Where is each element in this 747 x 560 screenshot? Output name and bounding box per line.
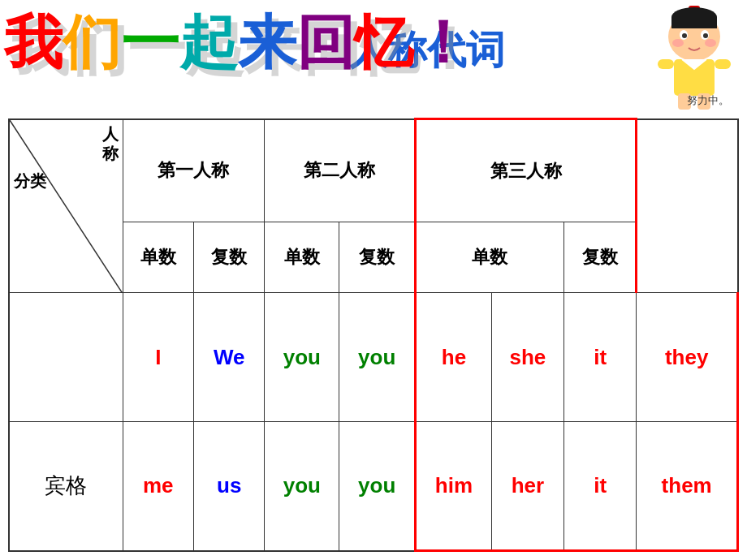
cell-it-obj: it xyxy=(563,422,636,551)
header-cheng: 称 xyxy=(14,144,119,163)
cell-him: him xyxy=(416,422,492,551)
first-singular-header: 单数 xyxy=(123,222,193,293)
cell-you-obj-plur: you xyxy=(339,422,416,551)
title-area: 我们一起来回忆！ 我们一起来回忆！ 人称代词 xyxy=(0,0,747,114)
cell-you-obj-sing: you xyxy=(265,422,339,551)
subject-row: I We you you he she it they xyxy=(9,293,738,422)
second-singular-header: 单数 xyxy=(265,222,339,293)
object-label: 宾格 xyxy=(9,422,123,551)
svg-rect-11 xyxy=(658,59,674,69)
third-singular-header: 单数 xyxy=(416,222,564,293)
svg-point-9 xyxy=(705,39,716,47)
cell-you-subj-plur: you xyxy=(339,293,416,422)
header-diagonal-cell: 人 称 分类 xyxy=(9,119,123,293)
header-third-person: 第三人称 xyxy=(416,119,637,222)
char-1: 我 xyxy=(4,10,63,75)
cell-it-subj: it xyxy=(563,293,636,422)
header-second-person: 第二人称 xyxy=(265,119,416,222)
header-ren-cheng: 人 xyxy=(14,124,119,144)
main-title: 我们一起来回忆！ xyxy=(4,4,472,82)
cell-her: her xyxy=(491,422,563,551)
object-row: 宾格 me us you you him her it them xyxy=(9,422,738,551)
char-5: 来 xyxy=(238,10,296,75)
char-6: 回 xyxy=(296,10,355,75)
header-first-person: 第一人称 xyxy=(123,119,265,222)
third-plural-header: 复数 xyxy=(563,222,636,293)
svg-point-7 xyxy=(703,33,708,38)
subject-label xyxy=(9,293,123,422)
second-plural-header: 复数 xyxy=(339,222,416,293)
cell-them: them xyxy=(637,422,738,551)
cell-me: me xyxy=(123,422,193,551)
cell-you-subj-sing: you xyxy=(265,293,339,422)
cell-they: they xyxy=(637,293,738,422)
cell-she: she xyxy=(491,293,563,422)
char-2: 们 xyxy=(63,10,121,75)
cell-I: I xyxy=(123,293,193,422)
cell-We: We xyxy=(193,293,264,422)
cell-us: us xyxy=(193,422,264,551)
svg-rect-12 xyxy=(715,59,731,69)
svg-rect-3 xyxy=(671,17,717,28)
header-row-1: 人 称 分类 第一人称 第二人称 第三人称 xyxy=(9,119,738,222)
char-8: ！ xyxy=(413,10,472,75)
first-plural-header: 复数 xyxy=(193,222,264,293)
pronoun-table: 人 称 分类 第一人称 第二人称 第三人称 单数 复数 单数 复数 单数 复数 xyxy=(8,118,739,552)
char-3: 一 xyxy=(121,10,179,75)
char-4: 起 xyxy=(179,10,238,75)
svg-point-6 xyxy=(682,33,687,38)
table-container: 人 称 分类 第一人称 第二人称 第三人称 单数 复数 单数 复数 单数 复数 xyxy=(8,118,739,552)
header-fen-lei: 分类 xyxy=(14,171,119,191)
cartoon-character: 努力中。 xyxy=(650,4,739,110)
cell-he: he xyxy=(416,293,492,422)
bingge-label: 努力中。 xyxy=(687,93,729,108)
main-title-wrapper: 我们一起来回忆！ 我们一起来回忆！ xyxy=(4,4,472,82)
char-7: 忆 xyxy=(355,10,413,75)
svg-point-8 xyxy=(672,39,684,47)
